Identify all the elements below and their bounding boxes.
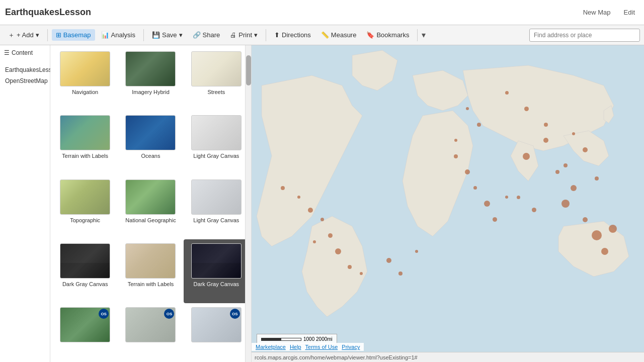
basemap-label-light-gray-canvas: Light Gray Canvas [193, 152, 239, 159]
measure-icon: 📏 [321, 31, 329, 39]
find-dropdown-icon: ▾ [422, 30, 426, 40]
print-icon: 🖨 [230, 31, 236, 39]
add-icon: ＋ [8, 31, 15, 40]
panel-scrollbar[interactable] [245, 45, 251, 362]
header-right: New Map Edit [579, 7, 639, 18]
basemap-thumb-oceans [125, 115, 176, 150]
basemap-panel: NavigationImagery HybridStreetsTerrain w… [50, 45, 252, 362]
basemap-item-os2[interactable]: OS [118, 303, 183, 360]
basemap-thumb-os1: OS [60, 307, 110, 342]
directions-icon: ⬆ [274, 31, 280, 39]
basemap-item-streets[interactable]: Streets [184, 47, 249, 111]
basemap-thumb-light-gray-canvas2 [191, 179, 242, 215]
basemap-label-topographic: Topographic [70, 217, 100, 224]
basemap-thumb-dark-gray-canvas2 [191, 243, 242, 279]
basemap-thumb-terrain-labels [60, 115, 110, 150]
world-map [252, 45, 644, 362]
measure-button[interactable]: 📏 Measure [317, 29, 361, 41]
basemap-thumb-terrain-labels2 [125, 243, 176, 279]
basemap-label-imagery-hybrid: Imagery Hybrid [132, 88, 170, 96]
basemap-label-navigation: Navigation [72, 88, 98, 96]
new-map-button[interactable]: New Map [579, 7, 615, 18]
terms-link[interactable]: Terms of Use [305, 344, 338, 350]
basemap-item-topographic[interactable]: Topographic [52, 175, 118, 239]
basemap-label-dark-gray-canvas: Dark Gray Canvas [62, 281, 108, 288]
basemap-item-navigation[interactable]: Navigation [52, 47, 118, 111]
basemap-item-dark-gray-canvas2[interactable]: Dark Gray Canvas [184, 239, 249, 303]
basemap-icon: ⊞ [56, 31, 61, 39]
content-panel: ☰ Content EarthquakesLesson OpenStreetMa… [0, 45, 50, 362]
basemap-thumb-os3: OS [191, 307, 242, 342]
print-button[interactable]: 🖨 Print ▾ [226, 29, 262, 41]
os-badge-os2: OS [164, 309, 174, 319]
basemap-item-light-gray-canvas2[interactable]: Light Gray Canvas [184, 175, 249, 239]
basemap-item-os1[interactable]: OS [52, 303, 118, 360]
basemap-item-light-gray-canvas[interactable]: Light Gray Canvas [184, 111, 249, 175]
save-dropdown-icon: ▾ [179, 31, 183, 39]
basemap-button[interactable]: ⊞ Basemap [52, 29, 95, 41]
directions-button[interactable]: ⬆ Directions [270, 29, 315, 41]
basemap-grid: NavigationImagery HybridStreetsTerrain w… [50, 45, 251, 362]
app-title: EarthquakesLesson [5, 7, 91, 18]
bookmarks-icon: 🔖 [366, 31, 374, 39]
share-button[interactable]: 🔗 Share [189, 29, 224, 41]
os-badge-os3: OS [230, 309, 240, 319]
url-bar: rcols.maps.arcgis.com/home/webmap/viewer… [252, 352, 644, 362]
help-link[interactable]: Help [290, 344, 301, 350]
save-icon: 💾 [152, 31, 160, 39]
basemap-thumb-os2: OS [125, 307, 176, 342]
layer-openstreetmap[interactable]: OpenStreetMap [4, 75, 46, 86]
basemap-label-streets: Streets [207, 88, 225, 96]
analysis-button[interactable]: 📊 Analysis [97, 29, 139, 41]
marketplace-link[interactable]: Marketplace [256, 344, 286, 350]
analysis-icon: 📊 [101, 31, 109, 39]
basemap-thumb-streets [191, 51, 242, 86]
basemap-thumb-navigation [60, 51, 110, 86]
find-input[interactable] [529, 29, 640, 42]
content-button[interactable]: ☰ Content [0, 45, 50, 60]
add-dropdown-icon: ▾ [36, 31, 39, 39]
toolbar-separator-2 [143, 29, 144, 41]
add-button[interactable]: ＋ + Add ▾ [4, 29, 43, 42]
toolbar-separator-4 [417, 29, 418, 41]
basemap-label-oceans: Oceans [141, 152, 160, 159]
print-dropdown-icon: ▾ [254, 31, 258, 39]
scale-label: 1000 2000mi [303, 336, 333, 342]
footer-links: Marketplace Help Terms of Use Privacy [252, 343, 364, 351]
basemap-thumb-national-geo [125, 179, 176, 215]
basemap-label-national-geo: National Geographic [125, 217, 176, 224]
basemap-label-dark-gray-canvas2: Dark Gray Canvas [194, 281, 239, 288]
toolbar-separator-1 [47, 29, 48, 41]
main-area: ☰ Content EarthquakesLesson OpenStreetMa… [0, 45, 644, 362]
share-icon: 🔗 [193, 31, 201, 39]
map-area[interactable]: 1000 2000mi Map data © OpenStreetMap con… [252, 45, 644, 362]
basemap-thumb-topographic [60, 179, 110, 215]
basemap-item-imagery-hybrid[interactable]: Imagery Hybrid [118, 47, 183, 111]
basemap-item-os3[interactable]: OS [184, 303, 249, 360]
toolbar-separator-3 [266, 29, 266, 41]
basemap-thumb-light-gray-canvas [191, 115, 242, 150]
os-badge-os1: OS [99, 309, 109, 319]
basemap-item-oceans[interactable]: Oceans [118, 111, 183, 175]
basemap-thumb-dark-gray-canvas [60, 243, 110, 279]
basemap-item-terrain-labels[interactable]: Terrain with Labels [52, 111, 118, 175]
url-text: rcols.maps.arcgis.com/home/webmap/viewer… [255, 354, 418, 360]
privacy-link[interactable]: Privacy [342, 344, 360, 350]
content-icon: ☰ [4, 49, 10, 56]
save-button[interactable]: 💾 Save ▾ [148, 29, 187, 41]
bookmarks-button[interactable]: 🔖 Bookmarks [362, 29, 413, 41]
basemap-item-terrain-labels2[interactable]: Terrain with Labels [118, 239, 183, 303]
layer-earthquakes[interactable]: EarthquakesLesson [4, 64, 46, 75]
basemap-label-terrain-labels2: Terrain with Labels [128, 281, 174, 288]
basemap-thumb-imagery-hybrid [125, 51, 176, 86]
layer-list: EarthquakesLesson OpenStreetMap [0, 60, 50, 90]
basemap-label-terrain-labels: Terrain with Labels [62, 152, 108, 159]
basemap-item-national-geo[interactable]: National Geographic [118, 175, 183, 239]
basemap-label-light-gray-canvas2: Light Gray Canvas [193, 217, 239, 224]
header: EarthquakesLesson New Map Edit [0, 0, 644, 25]
edit-button[interactable]: Edit [620, 7, 639, 18]
basemap-item-dark-gray-canvas[interactable]: Dark Gray Canvas [52, 239, 118, 303]
toolbar: ＋ + Add ▾ ⊞ Basemap 📊 Analysis 💾 Save ▾ … [0, 25, 644, 45]
